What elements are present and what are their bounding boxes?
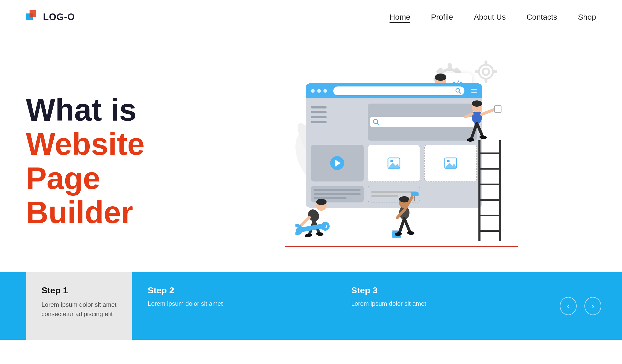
nav-item-about[interactable]: About Us: [474, 13, 506, 21]
step-blue-accent: [0, 272, 26, 340]
play-triangle-icon: [335, 160, 341, 166]
svg-line-80: [465, 114, 472, 117]
svg-point-66: [407, 231, 414, 235]
svg-rect-58: [411, 192, 419, 196]
svg-point-84: [479, 135, 487, 139]
hero-section: What is Website Page Builder: [0, 34, 622, 272]
prev-step-button[interactable]: ‹: [560, 297, 577, 315]
step-navigation: ‹ ›: [539, 272, 622, 340]
svg-line-82: [477, 123, 482, 135]
sidebar-lines: [311, 104, 364, 141]
step-3-card: Step 3 Lorem ipsum dolor sit amet: [336, 272, 539, 340]
nav-item-shop[interactable]: Shop: [578, 13, 596, 21]
svg-point-83: [467, 138, 474, 142]
logo: LOG-O: [26, 10, 75, 24]
image-cell-1: [368, 145, 420, 182]
nav-link-home[interactable]: Home: [390, 13, 410, 23]
nav-link-shop[interactable]: Shop: [578, 13, 596, 21]
nav-item-home[interactable]: Home: [390, 13, 410, 21]
svg-rect-7: [448, 63, 452, 70]
search-icon-cell: [372, 118, 380, 126]
svg-point-38: [390, 160, 393, 162]
svg-rect-17: [485, 61, 487, 65]
play-button: [330, 156, 344, 170]
next-step-button[interactable]: ›: [584, 297, 601, 315]
svg-line-78: [482, 109, 495, 114]
step-1-label: Step 1: [41, 285, 117, 295]
svg-point-15: [479, 65, 493, 79]
nav-link-about[interactable]: About Us: [474, 13, 506, 21]
person-wrench: [295, 192, 347, 244]
svg-point-23: [435, 74, 446, 81]
browser-bar: [306, 83, 482, 98]
steps-bar: Step 1 Lorem ipsum dolor sit amet consec…: [0, 272, 622, 340]
gear-icon-small: [474, 60, 498, 83]
step-1-description: Lorem ipsum dolor sit amet consectetur a…: [41, 300, 117, 319]
hero-title-part1: What is: [26, 92, 137, 127]
svg-point-45: [316, 199, 327, 205]
svg-line-64: [404, 219, 409, 231]
svg-rect-20: [492, 70, 497, 73]
hero-title-highlight: Website: [26, 127, 145, 161]
search-cell: [368, 104, 477, 141]
search-icon-browser: [455, 88, 461, 94]
step-2-description: Lorem ipsum dolor sit amet: [148, 300, 320, 307]
svg-marker-39: [388, 163, 400, 168]
logo-text: LOG-O: [43, 12, 75, 23]
hero-text: What is Website Page Builder: [26, 82, 207, 229]
step-3-description: Lorem ipsum dolor sit amet: [351, 300, 524, 307]
svg-point-16: [483, 68, 489, 75]
svg-point-77: [472, 100, 482, 107]
svg-rect-1: [30, 10, 36, 17]
nav-item-contacts[interactable]: Contacts: [527, 13, 557, 21]
person-ladder: [461, 83, 503, 161]
image-placeholder-icon-1: [387, 157, 400, 169]
ground-line: [285, 246, 518, 247]
browser-dot-2: [317, 89, 321, 93]
image-placeholder-icon-2: [444, 157, 457, 169]
step-3-label: Step 3: [351, 285, 524, 295]
person-painting: [384, 187, 425, 244]
svg-rect-19: [475, 70, 479, 73]
hero-title-part2: Page Builder: [26, 161, 133, 230]
svg-point-50: [316, 232, 323, 236]
nav-link-profile[interactable]: Profile: [431, 13, 453, 21]
illustration: </>: [285, 57, 518, 254]
svg-marker-42: [445, 163, 457, 168]
browser-search-bar: [333, 86, 464, 95]
hero-title: What is Website Page Builder: [26, 93, 207, 229]
nav-link-contacts[interactable]: Contacts: [527, 13, 557, 21]
svg-rect-79: [494, 105, 501, 113]
browser-dot-3: [323, 89, 327, 93]
logo-icon: [26, 10, 39, 24]
nav-links: Home Profile About Us Contacts Shop: [390, 13, 596, 21]
step-1-card: Step 1 Lorem ipsum dolor sit amet consec…: [26, 272, 132, 340]
nav-item-profile[interactable]: Profile: [431, 13, 453, 21]
svg-rect-18: [485, 78, 487, 83]
svg-line-33: [459, 92, 461, 93]
svg-point-41: [447, 160, 450, 162]
video-cell: [311, 145, 364, 182]
browser-dot-1: [311, 89, 315, 93]
hero-illustration: </>: [207, 50, 596, 262]
svg-line-35: [377, 123, 379, 125]
svg-line-81: [472, 123, 477, 138]
step-2-card: Step 2 Lorem ipsum dolor sit amet: [132, 272, 336, 340]
step-2-label: Step 2: [148, 285, 320, 295]
navbar: LOG-O Home Profile About Us Contacts Sho…: [0, 0, 622, 34]
svg-line-63: [400, 219, 404, 232]
